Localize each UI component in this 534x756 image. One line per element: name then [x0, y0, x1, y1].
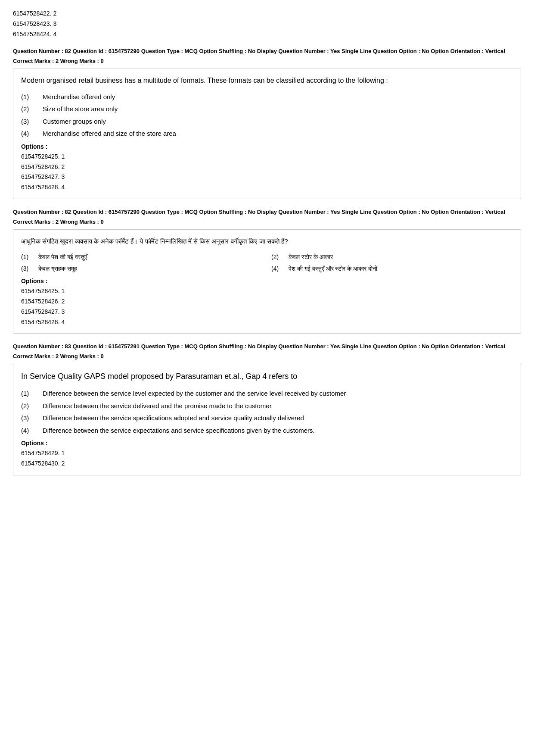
q83-code-2: 61547528430. 2 [21, 459, 513, 469]
q82-hi-option-2: (2)केवल स्टोर के आकार [271, 253, 513, 262]
option-text: Merchandise offered and size of the stor… [43, 129, 513, 139]
q82-en-codes: 61547528425. 161547528426. 261547528427.… [21, 152, 513, 193]
q82-en-option-4: (4)Merchandise offered and size of the s… [21, 129, 513, 139]
option-num: (2) [21, 104, 43, 114]
option-text: Difference between the service level exp… [43, 389, 513, 399]
q83-codes: 61547528429. 161547528430. 2 [21, 448, 513, 469]
q82-en-code-1: 61547528425. 1 [21, 152, 513, 162]
question82-en-section: Question Number : 82 Question Id : 61547… [13, 47, 521, 199]
q82-hi-meta: Question Number : 82 Question Id : 61547… [13, 208, 521, 217]
option-num: (2) [271, 253, 289, 262]
q82-hi-code-2: 61547528426. 2 [21, 297, 513, 307]
q83-option-1: (1)Difference between the service level … [21, 389, 513, 399]
option-text: Merchandise offered only [43, 92, 513, 102]
option-text: केवल ग्राहक समूह [38, 264, 263, 273]
q82-hi-marks: Correct Marks : 2 Wrong Marks : 0 [13, 219, 521, 225]
option-num: (4) [271, 264, 289, 273]
option-text: केवल स्टोर के आकार [289, 253, 513, 262]
q82-hi-option-4: (4)पेश की गई वस्तुएँ और स्टोर के आकार दो… [271, 264, 513, 273]
q82-hi-option-3: (3)केवल ग्राहक समूह [21, 264, 263, 273]
option-num: (2) [21, 401, 43, 411]
q82-hi-options-grid: (1)केवल पेश की गई वस्तुएँ(2)केवल स्टोर क… [21, 253, 513, 273]
question83-section: Question Number : 83 Question Id : 61547… [13, 342, 521, 475]
q82-en-option-3: (3)Customer groups only [21, 117, 513, 127]
q83-options: (1)Difference between the service level … [21, 389, 513, 435]
q82-en-option-2: (2)Size of the store area only [21, 104, 513, 114]
q82-hi-text: आधुनिक संगठित खुदरा व्यवसाय के अनेक फॉर्… [21, 236, 513, 247]
q83-meta: Question Number : 83 Question Id : 61547… [13, 342, 521, 351]
q82-en-option-1: (1)Merchandise offered only [21, 92, 513, 102]
top-codes-section: 61547528422. 2 61547528423. 3 6154752842… [13, 9, 521, 39]
option-text: Difference between the service specifica… [43, 413, 513, 423]
top-code-1: 61547528422. 2 [13, 9, 521, 19]
option-text: केवल पेश की गई वस्तुएँ [38, 253, 263, 262]
option-text: पेश की गई वस्तुएँ और स्टोर के आकार दोनों [289, 264, 513, 273]
q82-hi-option-1: (1)केवल पेश की गई वस्तुएँ [21, 253, 263, 262]
q83-marks: Correct Marks : 2 Wrong Marks : 0 [13, 353, 521, 359]
q82-en-options-label: Options : [21, 143, 513, 150]
q83-option-3: (3)Difference between the service specif… [21, 413, 513, 423]
q82-en-code-4: 61547528428. 4 [21, 182, 513, 193]
q82-en-code-3: 61547528427. 3 [21, 172, 513, 182]
option-num: (1) [21, 92, 43, 102]
option-text: Customer groups only [43, 117, 513, 127]
q82-en-meta: Question Number : 82 Question Id : 61547… [13, 47, 521, 56]
q83-option-4: (4)Difference between the service expect… [21, 426, 513, 436]
q82-hi-codes: 61547528425. 161547528426. 261547528427.… [21, 286, 513, 327]
top-code-3: 61547528424. 4 [13, 29, 521, 40]
option-num: (3) [21, 117, 43, 127]
q82-hi-block: आधुनिक संगठित खुदरा व्यवसाय के अनेक फॉर्… [13, 229, 521, 334]
q82-hi-code-4: 61547528428. 4 [21, 317, 513, 328]
option-num: (4) [21, 426, 43, 436]
option-num: (1) [21, 389, 43, 399]
q83-code-1: 61547528429. 1 [21, 448, 513, 459]
q82-en-text: Modern organised retail business has a m… [21, 75, 513, 86]
option-num: (4) [21, 129, 43, 139]
option-text: Difference between the service delivered… [43, 401, 513, 411]
q82-hi-options-label: Options : [21, 278, 513, 284]
question82-hi-section: Question Number : 82 Question Id : 61547… [13, 208, 521, 334]
q83-option-2: (2)Difference between the service delive… [21, 401, 513, 411]
option-text: Size of the store area only [43, 104, 513, 114]
q82-en-options: (1)Merchandise offered only(2)Size of th… [21, 92, 513, 139]
option-num: (3) [21, 413, 43, 423]
top-code-2: 61547528423. 3 [13, 19, 521, 29]
option-num: (3) [21, 264, 38, 273]
option-num: (1) [21, 253, 38, 262]
q83-options-label: Options : [21, 440, 513, 447]
q82-hi-code-3: 61547528427. 3 [21, 307, 513, 317]
option-text: Difference between the service expectati… [43, 426, 513, 436]
q82-en-block: Modern organised retail business has a m… [13, 69, 521, 199]
q83-block: In Service Quality GAPS model proposed b… [13, 364, 521, 475]
q82-en-code-2: 61547528426. 2 [21, 162, 513, 172]
q83-text: In Service Quality GAPS model proposed b… [21, 370, 513, 383]
q82-en-marks: Correct Marks : 2 Wrong Marks : 0 [13, 58, 521, 64]
q82-hi-code-1: 61547528425. 1 [21, 286, 513, 297]
